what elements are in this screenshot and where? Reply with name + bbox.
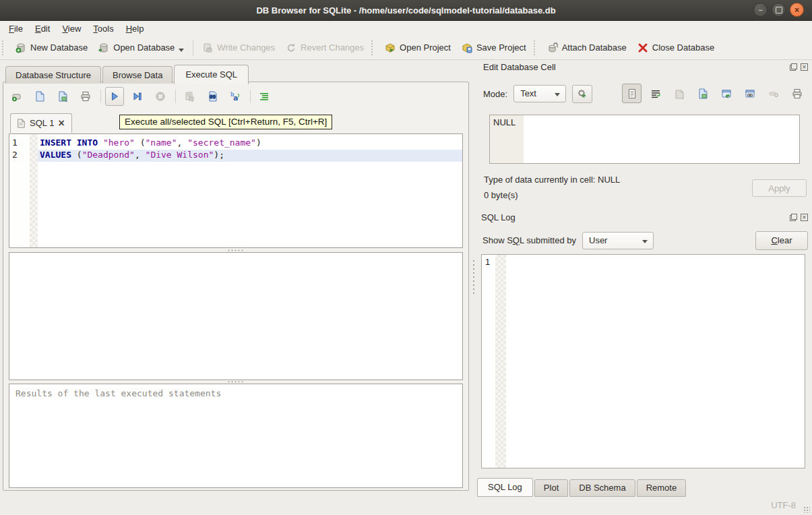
log-filter-value: User	[589, 235, 607, 245]
open-database-button[interactable]: Open Database	[93, 40, 189, 56]
sql-log-title: SQL Log	[481, 212, 516, 222]
menu-file[interactable]: File	[3, 22, 29, 35]
app-window: DB Browser for SQLite - /home/user/code/…	[0, 0, 812, 515]
dock-tab-remote[interactable]: Remote	[637, 479, 687, 497]
print-cell-button[interactable]	[787, 84, 807, 103]
close-database-label: Close Database	[652, 42, 715, 53]
close-dock-icon[interactable]: ×	[801, 63, 808, 71]
toolbar-drag-handle[interactable]	[534, 40, 538, 55]
text-mode-button[interactable]	[622, 84, 642, 103]
close-window-button[interactable]: ×	[790, 3, 804, 17]
export-cell-button[interactable]	[693, 84, 712, 103]
sql-document-icon	[16, 119, 26, 128]
open-sql-file-button[interactable]	[30, 87, 49, 106]
open-sql-tab-button[interactable]	[7, 87, 26, 106]
mode-select[interactable]: Text	[513, 85, 566, 102]
menu-edit[interactable]: Edit	[29, 22, 56, 35]
log-fold-margin	[495, 255, 506, 468]
close-dock-icon[interactable]: ×	[801, 214, 808, 221]
dock-tab-sql-log[interactable]: SQL Log	[477, 478, 533, 497]
sql-editor-tab-bar: SQL 1 ×	[10, 113, 72, 133]
cell-text-input[interactable]	[524, 115, 799, 163]
sql-code-area[interactable]: INSERT INTO "hero" ("name", "secret_name…	[38, 134, 462, 247]
word-wrap-icon	[650, 88, 661, 99]
print-icon	[792, 88, 803, 99]
execute-sql-pane: ba SQL 1 × 12 INSERT INTO "hero" ("name"…	[3, 82, 469, 491]
menu-view[interactable]: View	[56, 22, 87, 35]
save-project-button[interactable]: Save Project	[456, 40, 532, 56]
revert-changes-button: Revert Changes	[280, 40, 369, 56]
mode-label: Mode:	[483, 89, 507, 99]
log-filter-select[interactable]: User	[582, 232, 654, 249]
toggle-results-button[interactable]	[255, 87, 274, 106]
code-line[interactable]: INSERT INTO "hero" ("name", "secret_name…	[38, 138, 462, 150]
cell-editor-area[interactable]: NULL	[489, 115, 800, 164]
write-changes-button: Write Changes	[197, 40, 280, 56]
line-number: 2	[9, 150, 30, 162]
open-in-app-icon	[721, 88, 732, 99]
clear-log-button[interactable]: Clear	[755, 231, 808, 250]
open-project-button[interactable]: Open Project	[379, 40, 456, 56]
copy-link-button[interactable]	[740, 84, 759, 103]
main-tab-bar: Database Structure Browse Data Execute S…	[5, 65, 250, 84]
sql-toolbar-separator	[175, 90, 176, 103]
open-project-label: Open Project	[400, 42, 451, 53]
execute-current-line-button[interactable]	[128, 87, 147, 106]
tab-execute-sql[interactable]: Execute SQL	[174, 65, 249, 84]
minimize-button[interactable]: −	[753, 3, 768, 17]
print-sql-button[interactable]	[76, 87, 95, 106]
menu-help-rest: elp	[132, 24, 144, 34]
dock-tab-plot[interactable]: Plot	[534, 479, 568, 497]
close-database-button[interactable]: Close Database	[632, 40, 720, 56]
execute-line-icon	[132, 91, 143, 102]
edit-cell-dock-header: Edit Database Cell ×	[483, 62, 808, 72]
dock-tab-db-schema[interactable]: DB Schema	[569, 479, 635, 497]
cell-size-info: 0 byte(s)	[484, 190, 518, 200]
open-database-dropdown-icon[interactable]	[179, 49, 184, 52]
maximize-button[interactable]	[772, 3, 786, 17]
menu-file-rest: ile	[14, 24, 23, 34]
tab-database-structure[interactable]: Database Structure	[5, 66, 101, 84]
open-external-button[interactable]	[716, 84, 736, 103]
cell-type-info: Type of data currently in cell: NULL	[484, 175, 620, 185]
write-changes-icon	[202, 42, 213, 53]
word-wrap-button[interactable]	[646, 84, 665, 103]
auto-format-button[interactable]: ba	[226, 87, 245, 106]
align-lines-icon	[259, 91, 270, 102]
svg-text:a: a	[233, 94, 238, 102]
main-toolbar: New Database Open Database Write Changes…	[0, 36, 812, 60]
sql-log-area[interactable]: 1	[481, 254, 805, 468]
log-content	[506, 255, 805, 468]
close-tab-icon[interactable]: ×	[58, 120, 64, 127]
toolbar-drag-handle[interactable]	[371, 40, 376, 55]
save-sql-file-button[interactable]	[53, 87, 72, 106]
attach-database-label: Attach Database	[562, 42, 627, 53]
new-database-label: New Database	[30, 42, 88, 53]
open-file-icon	[34, 91, 45, 102]
tab-browse-data[interactable]: Browse Data	[102, 66, 173, 84]
results-grid[interactable]	[9, 252, 463, 380]
fold-margin	[30, 134, 38, 247]
float-dock-icon[interactable]	[790, 63, 797, 71]
sql-editor[interactable]: 12 INSERT INTO "hero" ("name", "secret_n…	[9, 133, 463, 248]
code-line[interactable]: VALUES ("Deadpond", "Dive Wilson");	[38, 150, 462, 162]
line-number-gutter: 12	[9, 134, 30, 247]
auto-apply-button[interactable]	[572, 85, 592, 103]
menu-help[interactable]: Help	[120, 22, 150, 35]
resize-grip[interactable]	[803, 506, 810, 513]
sql-1-tab[interactable]: SQL 1 ×	[10, 113, 72, 133]
execute-sql-button[interactable]	[105, 87, 124, 106]
menubar: File Edit View Tools Help	[0, 21, 812, 36]
vertical-splitter[interactable]	[472, 260, 475, 295]
attach-database-button[interactable]: Attach Database	[542, 40, 632, 56]
sql-log-dock-header: SQL Log ×	[481, 212, 808, 222]
float-dock-icon[interactable]	[790, 214, 797, 221]
line-number: 1	[9, 138, 30, 150]
text-document-icon	[627, 88, 637, 99]
results-message-area[interactable]: Results of the last executed statements	[9, 384, 463, 488]
menu-tools[interactable]: Tools	[87, 22, 119, 35]
new-database-button[interactable]: New Database	[10, 40, 93, 56]
toolbar-drag-handle[interactable]	[2, 40, 7, 55]
find-button[interactable]	[203, 87, 222, 106]
menu-file-mnemonic: F	[9, 24, 14, 34]
